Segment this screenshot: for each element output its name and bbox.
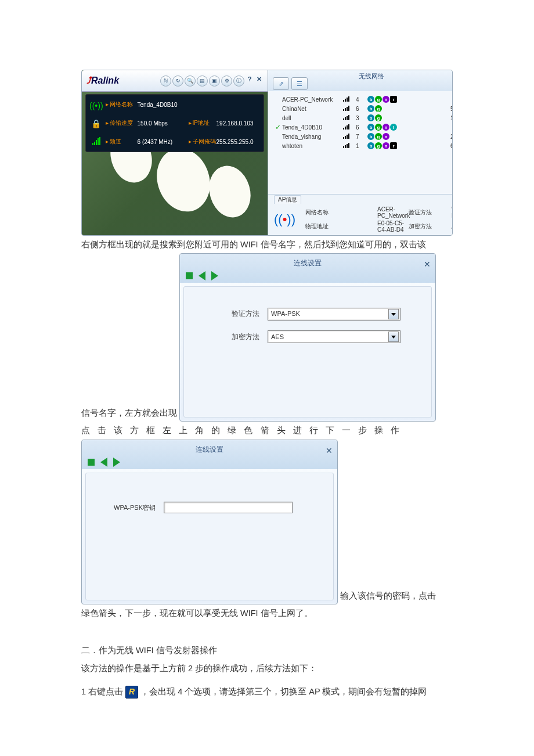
paragraph-2: 点击该方框左上角的绿色箭头进行下一步操作 [81,422,453,439]
network-channel: 4 [356,96,367,103]
dialog2-nav-next[interactable] [113,458,120,467]
ap-antenna-icon: ((•)) [274,212,303,227]
mode-g-icon: g [375,133,382,140]
ralink-logo: ⤴Ralink [86,75,119,86]
connected-check-icon: ✓ [274,123,282,131]
dialog1-close-icon[interactable]: ✕ [424,256,431,273]
hdr-btn-list[interactable]: ▤ [197,75,208,87]
label-network-name: ▸网络名称 [106,100,138,109]
mode-b-icon: b [367,96,374,103]
antenna-icon: ((•)) [89,101,103,110]
hdr-btn-refresh[interactable]: ↻ [172,75,183,87]
mode-b-icon: b [367,105,374,112]
network-signal-percent: 7% [443,96,453,103]
header-button-group: ℕ ↻ 🔍 ▤ ▣ ⚙ ⓘ ? ✕ [160,75,263,87]
ralink-tray-icon[interactable]: R [125,686,138,699]
dialog1-auth-select[interactable]: WPA-PSK [268,308,400,321]
dialog2-nav-stop[interactable] [88,459,95,466]
network-signal-percent: 52% [443,106,453,112]
network-modes: bgnl [367,124,443,131]
value-ip: 192.168.0.103 [217,120,263,127]
network-row[interactable]: ✓Tenda_4D0B106bgnl0% [274,123,453,132]
hdr-btn-close[interactable]: ✕ [255,75,263,87]
chevron-down-icon[interactable] [388,332,399,342]
chevron-down-icon[interactable] [388,309,399,319]
network-row[interactable]: dell3bg13% [274,113,453,123]
hdr-btn-info[interactable]: ⓘ [233,75,244,87]
label-ip: ▸IP地址 [189,119,217,127]
signal-strength-icon [343,142,356,149]
dialog1-title: 连线设置 [180,256,435,271]
hdr-btn-help[interactable]: ? [246,75,254,87]
network-signal-percent: 13% [443,115,453,121]
ralink-app-screenshot: ⤴Ralink ℕ ↻ 🔍 ▤ ▣ ⚙ ⓘ ? ✕ ((•)) 🔒 [81,70,453,236]
mode-g-icon: g [375,105,382,112]
network-name: ChinaNet [282,106,343,112]
network-name: Tenda_4D0B10 [282,124,343,131]
networks-title: 无线网络 [268,72,453,81]
mode-n-icon: n [383,142,389,149]
network-name: Tenda_yishang [282,134,343,140]
network-modes: bg [367,105,443,112]
value-channel: 6 (2437 MHz) [138,139,189,145]
dialog2-key-label: WPA-PSK密钥 [86,501,164,514]
value-rate: 150.0 Mbps [138,120,189,127]
mode-r-icon: r [390,142,397,149]
hdr-btn-rss[interactable]: ℕ [160,75,171,87]
dialog2-key-input[interactable] [164,502,293,513]
network-signal-percent: 0% [443,124,453,131]
connection-settings-dialog-1: 连线设置 ✕ 验证方法 WPA-PSK [179,253,436,422]
mode-b-icon: b [367,142,374,149]
network-channel: 1 [356,143,367,149]
lock-icon: 🔒 [91,119,101,128]
connection-status-panel: ((•)) 🔒 ▸网络名称 Tenda_4D0B10 ▸传输速度 150.0 M… [85,94,264,152]
connection-settings-dialog-2: 连线设置 ✕ WPA-PSK密钥 [81,440,338,604]
signal-strength-icon [343,124,356,131]
network-name: ACER-PC_Network [282,96,343,103]
ap-info-section: AP信息 网络名称 ACER-PC_Network 验证方法 WPA2-PSK … [268,194,453,235]
network-channel: 7 [356,134,367,140]
network-row[interactable]: whtoten1bgnr63% [274,141,453,150]
paragraph-1-line2-wrap: 信号名字，左方就会出现 连线设置 ✕ 验证方法 WPA-PS [81,253,453,422]
network-channel: 6 [356,106,367,112]
hdr-btn-settings[interactable]: ⚙ [221,75,232,87]
ap-info-tab[interactable]: AP信息 [274,195,301,204]
ap-value-enc: AES [452,224,453,230]
label-mask: ▸子网掩码 [189,138,217,146]
available-networks-list: ACER-PC_Network4bgnr7%ChinaNet6bg52%dell… [268,91,453,194]
hdr-btn-search[interactable]: 🔍 [185,75,196,87]
mode-r-icon: r [390,96,397,103]
hdr-btn-grid[interactable]: ▣ [209,75,220,87]
page: ⤴Ralink ℕ ↻ 🔍 ▤ ▣ ⚙ ⓘ ? ✕ ((•)) 🔒 [0,0,534,730]
network-row[interactable]: ChinaNet6bg52% [274,104,453,113]
label-rate: ▸传输速度 [106,119,138,127]
ap-label-mac: 物理地址 [305,222,375,231]
network-row[interactable]: ACER-PC_Network4bgnr7% [274,95,453,104]
signal-strength-icon [343,105,356,112]
dialog2-close-icon[interactable]: ✕ [326,442,333,459]
network-row[interactable]: Tenda_yishang7bgn23% [274,132,453,141]
value-network-name: Tenda_4D0B10 [138,102,189,108]
ap-value-name: ACER-PC_Network [377,206,406,219]
dialog1-enc-select[interactable]: AES [268,330,400,343]
network-channel: 6 [356,124,367,131]
ralink-header: ⤴Ralink ℕ ↻ 🔍 ▤ ▣ ⚙ ⓘ ? ✕ [82,70,268,92]
paragraph-3b: 绿色箭头，下一步，现在就可以享受无线 WIFI 信号上网了。 [81,604,453,622]
dialog2-nav-back[interactable] [100,458,107,467]
dialog1-nav-next[interactable] [211,271,218,280]
dialog1-nav-back[interactable] [199,271,205,280]
network-signal-percent: 63% [443,143,453,149]
mode-n-icon: n [383,124,389,131]
mode-b-icon: b [367,114,374,121]
dialog1-nav-stop[interactable] [186,272,193,279]
section-2-title: 二．作为无线 WIFI 信号发射器操作 [81,642,453,659]
network-list-panel: 无线网络 ⇗ ☰ ✕ ACER-PC_Network4bgnr7%ChinaNe… [268,70,453,235]
section-2-p2: 1 右键点击 R ，会出现 4 个选项，请选择第三个，切换至 AP 模式，期间会… [81,683,453,700]
network-name: dell [282,115,343,121]
mode-n-icon: n [383,96,389,103]
mode-b-icon: b [367,124,374,131]
ap-value-auth: WPA2-PSK [452,206,453,219]
paragraph-3a: 输入该信号的密码，点击 [340,591,436,600]
mode-g-icon: g [375,124,382,131]
network-modes: bgnr [367,96,443,103]
